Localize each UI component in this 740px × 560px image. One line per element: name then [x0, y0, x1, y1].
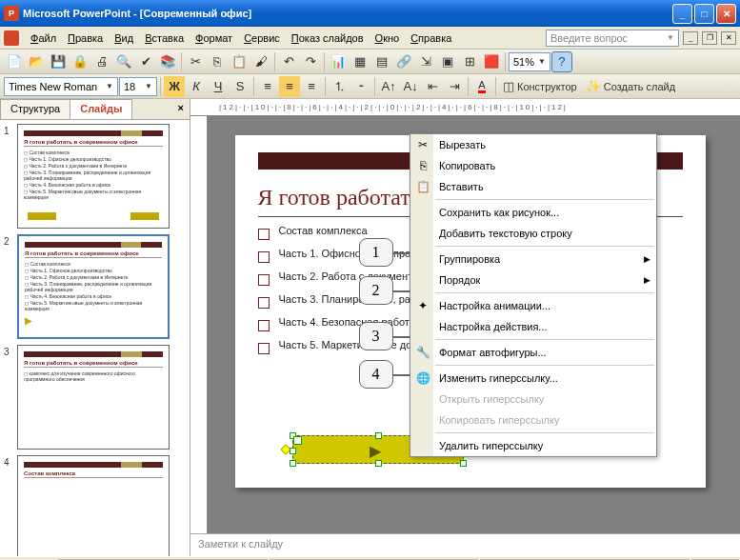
slides-panel: Структура Слайды × 1Я готов работать в с…	[0, 99, 190, 556]
numbering-icon[interactable]: ⒈	[329, 76, 350, 97]
help-search[interactable]: Введите вопрос▼	[546, 30, 679, 47]
copy-icon[interactable]: ⎘	[207, 51, 228, 72]
cut-icon[interactable]: ✂	[185, 51, 206, 72]
menu-правка[interactable]: Правка	[62, 30, 109, 46]
outdent-icon[interactable]: ⇤	[422, 76, 443, 97]
app-icon: P	[4, 6, 19, 21]
paste-icon[interactable]: 📋	[229, 51, 250, 72]
panel-close[interactable]: ×	[172, 99, 190, 119]
menu-окно[interactable]: Окно	[370, 30, 406, 46]
doc-icon	[4, 30, 19, 46]
menu-item[interactable]: Добавить текстовую строку	[410, 223, 656, 244]
underline-button[interactable]: Ч	[208, 76, 229, 97]
slides-tab[interactable]: Слайды	[70, 99, 132, 119]
show-icon[interactable]: ▣	[437, 51, 458, 72]
shadow-button[interactable]: S	[230, 76, 250, 97]
thumbnail[interactable]: 2Я готов работать в современном офисе◻ С…	[4, 234, 186, 339]
menu-item[interactable]: Группировка▶	[410, 249, 656, 270]
zoom-combo[interactable]: 51%▼	[509, 52, 550, 71]
menu-формат[interactable]: Формат	[190, 30, 238, 46]
callout-2: 2	[359, 276, 393, 305]
fontsize-combo[interactable]: 18▼	[119, 77, 157, 96]
minimize-button[interactable]: _	[672, 4, 692, 24]
chart-icon[interactable]: 📊	[328, 51, 349, 72]
menu-показ слайдов[interactable]: Показ слайдов	[286, 30, 370, 46]
preview-icon[interactable]: 🔍	[113, 51, 134, 72]
new-icon[interactable]: 📄	[4, 51, 25, 72]
doc-close[interactable]: ✕	[721, 31, 736, 45]
menu-item: Открыть гиперссылку	[410, 389, 656, 410]
align-left-icon[interactable]: ≡	[257, 76, 278, 97]
format-painter-icon[interactable]: 🖌	[250, 51, 271, 72]
doc-name: [Современный офис]	[140, 8, 251, 19]
app-name: Microsoft PowerPoint	[23, 8, 130, 19]
font-combo[interactable]: Times New Roman▼	[4, 77, 118, 96]
redo-icon[interactable]: ↷	[300, 51, 321, 72]
menu-файл[interactable]: Файл	[25, 30, 62, 46]
menu-item[interactable]: Порядок▶	[410, 270, 656, 290]
standard-toolbar: 📄 📂 💾 🔒 🖨 🔍 ✔ 📚 ✂ ⎘ 📋 🖌 ↶ ↷ 📊 ▦ ▤ 🔗 ⇲ ▣ …	[0, 50, 740, 74]
callout-3: 3	[359, 322, 393, 350]
thumbnail[interactable]: 1Я готов работать в современном офисе◻ С…	[4, 124, 186, 229]
menu-item[interactable]: 📋Вставить	[410, 176, 656, 197]
bold-button[interactable]: Ж	[164, 76, 185, 97]
help-icon[interactable]: ?	[551, 51, 572, 72]
save-icon[interactable]: 💾	[48, 51, 69, 72]
maximize-button[interactable]: □	[694, 4, 714, 24]
menu-справка[interactable]: Справка	[405, 30, 457, 46]
titlebar: P Microsoft PowerPoint - [Современный оф…	[0, 0, 740, 27]
structure-tab[interactable]: Структура	[0, 99, 70, 119]
menu-вид[interactable]: Вид	[109, 30, 139, 46]
status-bar: ▣ ⊞ ▶ Слайд 2 из 23 Квадрант русский (Ро…	[0, 556, 740, 560]
menu-сервис[interactable]: Сервис	[238, 30, 286, 46]
grid-icon[interactable]: ⊞	[459, 51, 480, 72]
menu-item[interactable]: 🌐Изменить гиперссылку...	[410, 368, 656, 389]
menubar: ФайлПравкаВидВставкаФорматСервисПоказ сл…	[0, 27, 740, 50]
ruler-horizontal: |12|·|·|10|·|·|8|·|·|6|·|·|4|·|·|2|·|·|0…	[190, 99, 740, 116]
menu-item[interactable]: Настройка действия...	[410, 316, 656, 337]
undo-icon[interactable]: ↶	[278, 51, 299, 72]
hyperlink-icon[interactable]: 🔗	[393, 51, 414, 72]
close-button[interactable]: ✕	[716, 4, 736, 24]
research-icon[interactable]: 📚	[157, 51, 178, 72]
doc-restore[interactable]: ❐	[702, 31, 717, 45]
new-slide-button[interactable]: ✨ Создать слайд	[582, 76, 679, 97]
design-button[interactable]: ◫ Конструктор	[499, 76, 581, 97]
menu-item: Копировать гиперссылку	[410, 410, 656, 430]
menu-item[interactable]: ✂Вырезать	[410, 134, 656, 155]
spell-icon[interactable]: ✔	[135, 51, 156, 72]
indent-icon[interactable]: ⇥	[444, 76, 465, 97]
callout-1: 1	[359, 238, 393, 267]
permission-icon[interactable]: 🔒	[70, 51, 90, 72]
menu-item[interactable]: Удалить гиперссылку	[410, 435, 656, 456]
menu-item[interactable]: ✦Настройка анимации...	[410, 295, 656, 316]
menu-item[interactable]: ⎘Копировать	[410, 155, 656, 176]
thumbnail-list: 1Я готов работать в современном офисе◻ С…	[0, 120, 190, 556]
arrow-icon: ▶	[370, 442, 381, 460]
increase-font-icon[interactable]: A↑	[378, 76, 399, 97]
ruler-vertical	[190, 116, 208, 533]
bullets-icon[interactable]: ⁃	[350, 76, 371, 97]
open-icon[interactable]: 📂	[26, 51, 47, 72]
notes-pane[interactable]: Заметки к слайду	[190, 533, 740, 556]
menu-вставка[interactable]: Вставка	[139, 30, 190, 46]
italic-button[interactable]: К	[186, 76, 207, 97]
table-icon[interactable]: ▦	[350, 51, 370, 72]
context-menu: ✂Вырезать⎘Копировать📋ВставитьСохранить к…	[410, 133, 657, 457]
menu-item[interactable]: 🔧Формат автофигуры...	[410, 342, 656, 363]
thumbnail[interactable]: 3Я готов работать в современном офисе◻ к…	[4, 345, 186, 450]
doc-minimize[interactable]: _	[683, 31, 698, 45]
decrease-font-icon[interactable]: A↓	[400, 76, 421, 97]
menu-item[interactable]: Сохранить как рисунок...	[410, 202, 656, 223]
print-icon[interactable]: 🖨	[91, 51, 112, 72]
color-icon[interactable]: 🟥	[481, 51, 502, 72]
align-right-icon[interactable]: ≡	[301, 76, 322, 97]
align-center-icon[interactable]: ≡	[279, 76, 300, 97]
format-toolbar: Times New Roman▼ 18▼ Ж К Ч S ≡ ≡ ≡ ⒈ ⁃ A…	[0, 74, 740, 99]
expand-icon[interactable]: ⇲	[415, 51, 436, 72]
tables-icon[interactable]: ▤	[371, 51, 392, 72]
thumbnail[interactable]: 4Состав комплекса	[4, 455, 186, 556]
callout-4: 4	[359, 360, 393, 389]
font-color-icon[interactable]: A	[471, 76, 492, 97]
